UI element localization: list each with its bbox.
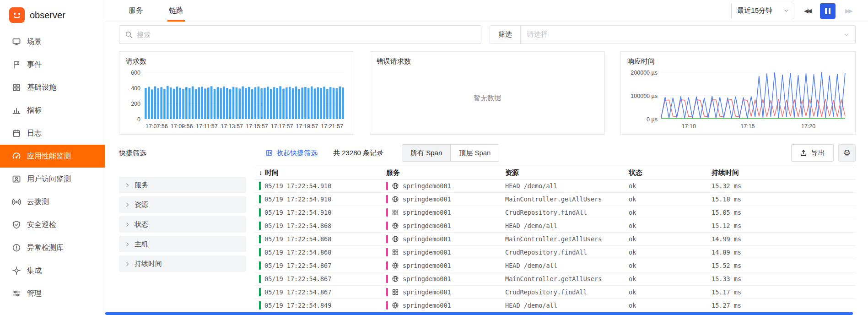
table-row[interactable]: 05/19 17:22:54.910 springdemo001 MainCon…	[254, 193, 856, 206]
status-cell: ok	[624, 288, 707, 296]
resource-cell: MainController.getAllUsers	[501, 196, 624, 203]
chevron-down-icon	[783, 8, 789, 14]
status-cell: ok	[624, 235, 707, 243]
sidebar-item[interactable]: 应用性能监测	[0, 145, 105, 168]
table-row[interactable]: 05/19 17:22:54.868 springdemo001 MainCon…	[254, 233, 856, 246]
trace-color-bar	[259, 261, 261, 270]
trace-color-bar	[259, 222, 261, 230]
table-row[interactable]: 05/19 17:22:54.849 springdemo001 HEAD /d…	[254, 299, 856, 312]
rewind-button[interactable]: ◀◀	[800, 3, 814, 19]
page-tab[interactable]: 服务	[127, 0, 145, 22]
sidebar-item-label: 云拨测	[27, 197, 49, 207]
search-box	[119, 25, 481, 44]
sidebar-item[interactable]: 用户访问监测	[0, 168, 105, 190]
horizontal-scrollbar-thumb[interactable]	[105, 312, 853, 315]
table-row[interactable]: 05/19 17:22:54.868 springdemo001 HEAD /d…	[254, 219, 856, 233]
column-header-status[interactable]: 状态	[624, 168, 707, 177]
svg-text:200000 µs: 200000 µs	[631, 70, 658, 76]
column-header-time[interactable]: ↓ 时间	[254, 168, 382, 177]
page-tab[interactable]: 链路	[167, 0, 185, 22]
sidebar-item[interactable]: 日志	[0, 122, 105, 145]
globe-icon	[392, 222, 399, 229]
duration-cell: 14.89 ms	[707, 249, 856, 256]
filter-accordion-item[interactable]: 持续时间	[119, 255, 246, 272]
status-cell: ok	[624, 302, 707, 309]
sidebar-item[interactable]: 指标	[0, 99, 105, 122]
table-header: ↓ 时间 服务 资源 状态 持续时间	[254, 166, 856, 179]
flag-icon	[12, 60, 21, 69]
service-cell: springdemo001	[382, 288, 501, 296]
integration-icon	[12, 266, 21, 275]
charts-row: 请求数 020040060017:07:5617:09:5617:11:5717…	[119, 51, 856, 135]
collapse-quick-filter-link[interactable]: 收起快捷筛选	[265, 149, 318, 158]
duration-cell: 14.99 ms	[707, 235, 856, 243]
quick-filter-panel: 服务 资源 状态 主机 持续时间	[119, 166, 246, 275]
table-row[interactable]: 05/19 17:22:54.910 springdemo001 CrudRep…	[254, 206, 856, 219]
globe-icon	[392, 275, 399, 282]
sidebar-item[interactable]: 管理	[0, 282, 105, 305]
sidebar-item[interactable]: 安全巡检	[0, 213, 105, 236]
chevron-right-icon	[124, 241, 130, 247]
export-button[interactable]: 导出	[791, 144, 834, 162]
metrics-icon	[12, 106, 21, 115]
globe-icon	[392, 302, 399, 309]
table-row[interactable]: 05/19 17:22:54.910 springdemo001 HEAD /d…	[254, 179, 856, 193]
sidebar-item[interactable]: 场景	[0, 30, 105, 53]
chart-title: 请求数	[126, 57, 347, 66]
column-header-duration[interactable]: 持续时间	[707, 168, 856, 177]
resource-cell: MainController.getAllUsers	[501, 275, 624, 282]
resource-cell: CrudRepository.findAll	[501, 249, 624, 256]
svg-text:17:15:57: 17:15:57	[246, 123, 268, 130]
filter-accordion-item[interactable]: 状态	[119, 216, 246, 233]
apm-icon	[12, 152, 21, 161]
sidebar-item[interactable]: 集成	[0, 259, 105, 282]
table-row[interactable]: 05/19 17:22:54.867 springdemo001 HEAD /d…	[254, 259, 856, 272]
filter-accordion-item[interactable]: 主机	[119, 236, 246, 252]
search-icon	[125, 31, 133, 38]
sidebar-item[interactable]: 事件	[0, 53, 105, 76]
trace-color-bar	[259, 195, 261, 203]
sidebar-item[interactable]: 云拨测	[0, 190, 105, 213]
duration-cell: 15.27 ms	[707, 302, 856, 309]
filter-select-placeholder: 请选择	[521, 30, 843, 39]
status-cell: ok	[624, 249, 707, 256]
column-settings-button[interactable]: ⚙	[838, 144, 856, 162]
sidebar-item-label: 场景	[27, 37, 42, 47]
status-cell: ok	[624, 222, 707, 229]
svg-text:600: 600	[131, 70, 140, 76]
sidebar-item[interactable]: 基础设施	[0, 76, 105, 99]
svg-text:17:20: 17:20	[801, 123, 815, 130]
filter-select[interactable]: 筛选 请选择	[490, 25, 856, 44]
filter-item-label: 资源	[135, 201, 148, 209]
column-header-service[interactable]: 服务	[382, 168, 501, 177]
span-type-toggle: 所有 Span顶层 Span	[402, 144, 499, 162]
sort-descending-icon: ↓	[259, 169, 262, 176]
logo[interactable]: observer	[0, 4, 105, 30]
globe-icon	[392, 235, 399, 243]
svg-text:17:10: 17:10	[682, 123, 696, 130]
search-input[interactable]	[137, 31, 475, 38]
sidebar-item[interactable]: 异常检测库	[0, 236, 105, 259]
service-color-bar	[386, 288, 388, 296]
column-header-resource[interactable]: 资源	[501, 168, 624, 177]
fast-forward-button[interactable]: ▶▶	[841, 3, 856, 19]
chart-title: 错误请求数	[377, 57, 598, 66]
table-row[interactable]: 05/19 17:22:54.868 springdemo001 CrudRep…	[254, 246, 856, 259]
span-type-tab[interactable]: 所有 Span	[402, 144, 451, 162]
status-cell: ok	[624, 262, 707, 269]
span-type-tab[interactable]: 顶层 Span	[451, 144, 499, 162]
table-row[interactable]: 05/19 17:22:54.867 springdemo001 CrudRep…	[254, 286, 856, 299]
topbar: 服务链路 最近15分钟 ◀◀ ▶▶	[105, 0, 868, 22]
table-row[interactable]: 05/19 17:22:54.867 springdemo001 MainCon…	[254, 272, 856, 286]
resource-cell: HEAD /demo/all	[501, 302, 624, 309]
pause-button[interactable]	[820, 3, 836, 19]
service-cell: springdemo001	[382, 182, 501, 190]
filter-select-label: 筛选	[490, 26, 521, 43]
trace-color-bar	[259, 235, 261, 243]
sidebar-item-label: 应用性能监测	[27, 152, 71, 161]
filter-accordion-item[interactable]: 资源	[119, 196, 246, 213]
service-color-bar	[386, 182, 388, 190]
filter-accordion-item[interactable]: 服务	[119, 177, 246, 193]
empty-state-text: 暂无数据	[377, 66, 598, 130]
time-range-select[interactable]: 最近15分钟	[731, 3, 794, 19]
